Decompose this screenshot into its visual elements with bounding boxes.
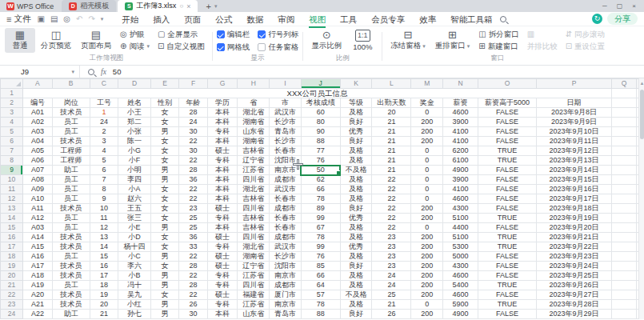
empty-cell[interactable] — [611, 156, 636, 166]
cell[interactable]: 26 — [372, 310, 411, 319]
empty-cell[interactable] — [611, 185, 636, 194]
cell[interactable]: FALSE — [478, 310, 536, 319]
cell[interactable]: 23 — [372, 242, 411, 252]
empty-cell[interactable] — [611, 262, 636, 271]
empty-cell[interactable] — [611, 146, 636, 156]
cell[interactable]: 员工 — [52, 185, 90, 194]
cell[interactable]: 0 — [411, 108, 443, 118]
cell[interactable]: 0 — [411, 300, 443, 310]
table-header-cell[interactable]: 编号 — [23, 98, 53, 108]
cell[interactable]: 50 — [301, 166, 340, 175]
cell[interactable]: 21 — [372, 300, 411, 310]
cell[interactable]: 员工 — [52, 194, 90, 204]
cell[interactable]: TRUE — [478, 281, 536, 290]
cell[interactable]: 小明 — [118, 166, 151, 175]
cell[interactable]: 女 — [150, 214, 178, 223]
cell[interactable]: 20 — [372, 108, 411, 118]
page-break-preview-button[interactable]: ◫ 分页预览 — [37, 28, 75, 53]
cell[interactable]: 25 — [179, 223, 207, 233]
row-header-21[interactable]: 21 — [1, 281, 23, 290]
cell[interactable]: 长春市 — [270, 214, 302, 223]
cell[interactable]: 技术员 — [52, 108, 90, 118]
cell[interactable]: 200 — [411, 233, 443, 242]
cell[interactable]: 硕士 — [207, 290, 238, 300]
cell[interactable]: 22 — [372, 223, 411, 233]
row-header-9[interactable]: 9 — [1, 166, 23, 175]
cell[interactable]: A03 — [23, 223, 53, 233]
cell[interactable]: A19 — [23, 281, 53, 290]
table-header-cell[interactable]: 姓名 — [118, 98, 151, 108]
cell[interactable]: FALSE — [478, 166, 536, 175]
cell[interactable]: FALSE — [478, 223, 536, 233]
cell[interactable]: 2023年9月13日 — [537, 156, 612, 166]
cell[interactable]: 28 — [179, 166, 207, 175]
column-header-N[interactable]: N — [443, 79, 478, 89]
cell[interactable]: 湖南省 — [238, 252, 270, 262]
cell[interactable]: 及格 — [340, 185, 372, 194]
cell[interactable]: 员工 — [52, 175, 90, 185]
gridlines-checkbox[interactable]: 网格线 — [217, 42, 250, 52]
table-header-cell[interactable]: 学历 — [207, 98, 238, 108]
cell[interactable]: 女 — [150, 108, 178, 118]
cell[interactable]: 2023年9月25日 — [537, 271, 612, 281]
cell[interactable]: 76 — [301, 252, 340, 262]
cell[interactable]: 山东省 — [238, 310, 270, 319]
empty-cell[interactable] — [611, 118, 636, 127]
cell[interactable]: 22 — [372, 194, 411, 204]
column-header-A[interactable]: A — [23, 79, 53, 89]
row-header-19[interactable]: 19 — [1, 262, 23, 271]
cell[interactable]: 硕士 — [207, 146, 238, 156]
cell[interactable]: 四川省 — [238, 281, 270, 290]
column-header-L[interactable]: L — [372, 79, 411, 89]
cell[interactable]: 吉林省 — [238, 146, 270, 156]
cell[interactable]: 小E — [118, 223, 151, 233]
cell[interactable]: 专科 — [207, 281, 238, 290]
cell[interactable]: 200 — [411, 271, 443, 281]
cell[interactable]: A11 — [23, 204, 53, 214]
cell[interactable]: 小G — [118, 146, 151, 156]
cell[interactable]: 本科 — [207, 137, 238, 146]
cell[interactable]: 21 — [372, 166, 411, 175]
scroll-up-icon[interactable]: ▲ — [639, 80, 644, 86]
cell[interactable]: 女 — [150, 137, 178, 146]
cell[interactable]: 0 — [411, 185, 443, 194]
cell[interactable]: 专科 — [207, 156, 238, 166]
cell[interactable]: 99 — [301, 242, 340, 252]
cell[interactable]: 技术员 — [52, 204, 90, 214]
zoom-button[interactable]: ⊙ 显示比例 — [307, 28, 346, 53]
cell[interactable]: 陈一 — [118, 137, 151, 146]
cell[interactable]: 2023年9月24日 — [537, 262, 612, 271]
menu-membership[interactable]: 会员专享 — [364, 12, 412, 26]
cell[interactable]: 男 — [150, 252, 178, 262]
cell[interactable]: 沈阳市 — [270, 156, 302, 166]
cell[interactable]: FALSE — [478, 262, 536, 271]
cell[interactable]: 4100 — [443, 185, 478, 194]
row-header-20[interactable]: 20 — [1, 271, 23, 281]
redo-icon[interactable]: ↷ — [88, 14, 94, 23]
close-button[interactable]: × — [632, 2, 636, 10]
column-header-E[interactable]: E — [150, 79, 178, 89]
cell[interactable]: 技术员 — [52, 262, 90, 271]
cell[interactable]: 66 — [301, 271, 340, 281]
cell[interactable]: A17 — [23, 262, 53, 271]
cell[interactable]: 王五 — [118, 204, 151, 214]
cell[interactable]: 及格 — [340, 281, 372, 290]
cell[interactable]: 36 — [179, 175, 207, 185]
cell[interactable]: 硕士 — [207, 233, 238, 242]
save-icon[interactable]: ▣ — [37, 14, 44, 23]
cell[interactable]: 200 — [411, 242, 443, 252]
tab-workbook[interactable]: S 工作簿3.xlsx ○ × — [118, 0, 198, 12]
name-box-chevron-icon[interactable]: ▾ — [71, 69, 74, 75]
cell[interactable]: 青岛市 — [270, 310, 302, 319]
cell[interactable]: 郑二 — [118, 118, 151, 127]
cell[interactable]: 硕士 — [207, 204, 238, 214]
empty-cell[interactable] — [611, 89, 636, 98]
cell[interactable]: 88 — [301, 310, 340, 319]
cell[interactable]: 11 — [90, 214, 118, 223]
cell[interactable]: 女 — [150, 146, 178, 156]
cell[interactable]: 22 — [179, 185, 207, 194]
cell[interactable]: 3900 — [443, 118, 478, 127]
table-header-cell[interactable]: 奖金 — [411, 98, 443, 108]
cell[interactable]: 2023年9月10日 — [537, 127, 612, 137]
cell[interactable]: 2023年9月18日 — [537, 204, 612, 214]
